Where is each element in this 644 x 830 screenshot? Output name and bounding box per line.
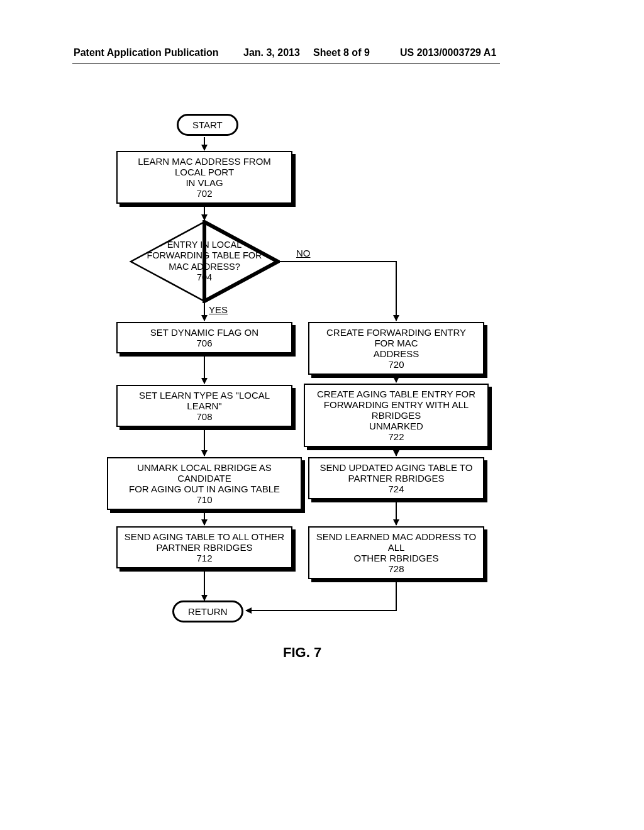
hdr-pub: Patent Application Publication bbox=[74, 47, 219, 58]
n706-l2: 706 bbox=[196, 338, 212, 348]
n702-l2: IN VLAG bbox=[186, 177, 223, 188]
hdr-docnum: US 2013/0003729 A1 bbox=[400, 47, 496, 58]
n706-l1: SET DYNAMIC FLAG ON bbox=[150, 327, 258, 338]
n722-l2: FORWARDING ENTRY WITH ALL RBRIDGES bbox=[324, 399, 469, 421]
n710-l2: FOR AGING OUT IN AGING TABLE bbox=[129, 484, 280, 494]
node-728: SEND LEARNED MAC ADDRESS TO ALL OTHER RB… bbox=[308, 526, 484, 579]
n712-l3: 712 bbox=[196, 553, 212, 563]
n724-l2: PARTNER RBRIDGES bbox=[348, 473, 445, 484]
n702-l1: LEARN MAC ADDRESS FROM LOCAL PORT bbox=[138, 156, 271, 177]
node-start: START bbox=[177, 114, 238, 136]
n720-l3: 720 bbox=[388, 359, 404, 370]
node-720: CREATE FORWARDING ENTRY FOR MAC ADDRESS … bbox=[308, 322, 484, 375]
n720-l2: ADDRESS bbox=[374, 348, 419, 359]
n724-l1: SEND UPDATED AGING TABLE TO bbox=[320, 462, 473, 473]
node-706: SET DYNAMIC FLAG ON 706 bbox=[116, 322, 292, 353]
n708-l2: 708 bbox=[196, 411, 212, 422]
return-label: RETURN bbox=[188, 606, 228, 617]
node-724: SEND UPDATED AGING TABLE TO PARTNER RBRI… bbox=[308, 457, 484, 499]
figure-label: FIG. 7 bbox=[283, 645, 321, 661]
n722-l3: UNMARKED bbox=[369, 421, 423, 431]
d704-l4: 704 bbox=[197, 272, 212, 282]
n722-l1: CREATE AGING TABLE ENTRY FOR bbox=[317, 389, 475, 399]
n708-l1: SET LEARN TYPE AS "LOCAL LEARN" bbox=[139, 390, 270, 411]
node-702: LEARN MAC ADDRESS FROM LOCAL PORT IN VLA… bbox=[116, 151, 292, 204]
node-704-decision: ENTRY IN LOCAL FORWARDING TABLE FOR MAC … bbox=[129, 220, 280, 303]
n702-l3: 702 bbox=[196, 188, 212, 199]
node-722: CREATE AGING TABLE ENTRY FOR FORWARDING … bbox=[304, 384, 489, 447]
n728-l3: 728 bbox=[388, 563, 404, 574]
hdr-date: Jan. 3, 2013 bbox=[243, 47, 300, 58]
hdr-sheet: Sheet 8 of 9 bbox=[313, 47, 370, 58]
d704-l3: MAC ADDRESS? bbox=[169, 262, 240, 272]
n712-l1: SEND AGING TABLE TO ALL OTHER bbox=[125, 531, 284, 542]
node-712: SEND AGING TABLE TO ALL OTHER PARTNER RB… bbox=[116, 526, 292, 568]
n728-l1: SEND LEARNED MAC ADDRESS TO ALL bbox=[316, 531, 477, 553]
n728-l2: OTHER RBRIDGES bbox=[353, 553, 438, 563]
node-return: RETURN bbox=[172, 600, 243, 622]
n710-l3: 710 bbox=[196, 494, 212, 505]
n712-l2: PARTNER RBRIDGES bbox=[157, 542, 253, 553]
n710-l1: UNMARK LOCAL RBRIDGE AS CANDIDATE bbox=[137, 462, 272, 484]
n724-l3: 724 bbox=[388, 484, 404, 494]
node-710: UNMARK LOCAL RBRIDGE AS CANDIDATE FOR AG… bbox=[107, 457, 302, 510]
n720-l1: CREATE FORWARDING ENTRY FOR MAC bbox=[326, 327, 466, 348]
start-label: START bbox=[192, 119, 223, 130]
edge-no-label: NO bbox=[296, 248, 311, 258]
edge-yes-label: YES bbox=[209, 304, 228, 315]
header-divider bbox=[72, 63, 500, 64]
d704-l2: FORWARDING TABLE FOR bbox=[147, 251, 262, 261]
d704-l1: ENTRY IN LOCAL bbox=[167, 240, 242, 250]
n722-l4: 722 bbox=[388, 431, 404, 442]
node-708: SET LEARN TYPE AS "LOCAL LEARN" 708 bbox=[116, 385, 292, 427]
